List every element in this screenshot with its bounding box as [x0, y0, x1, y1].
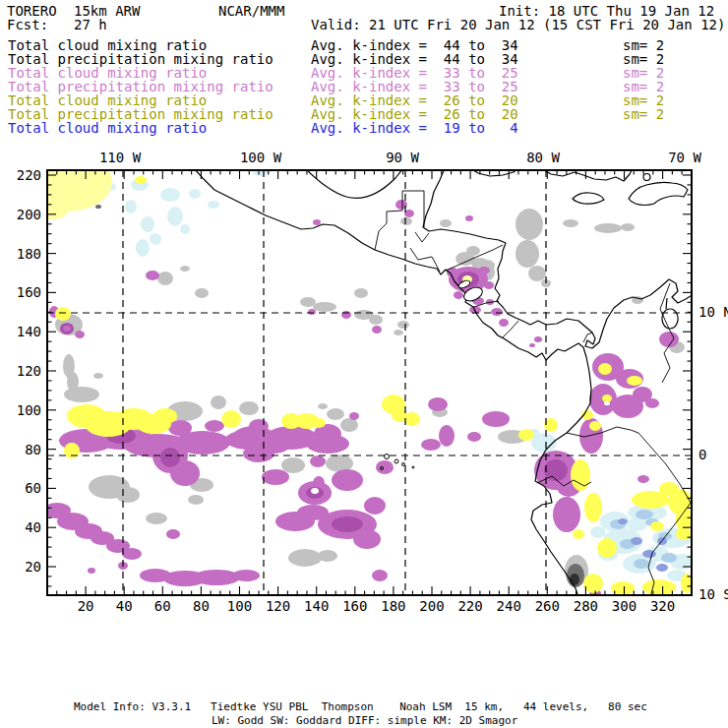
x-axis-tick-label: 280 — [574, 598, 598, 614]
field-blob — [628, 517, 647, 531]
field-blob — [221, 410, 241, 428]
y-axis-tick-label: 200 — [17, 207, 41, 222]
field-blob — [466, 246, 480, 256]
field-blob — [239, 401, 259, 415]
legend-field: Total precipitation mixing ratio — [8, 80, 273, 93]
field-blob — [499, 319, 509, 327]
field-blob — [180, 266, 190, 272]
field-blob — [308, 309, 316, 315]
field-blob — [364, 497, 386, 515]
field-blob — [563, 219, 578, 227]
legend-sm: sm= 2 — [623, 66, 664, 80]
longitude-label: 70 W — [668, 150, 701, 165]
legend-field: Total cloud mixing ratio — [8, 38, 207, 52]
x-axis-tick-label: 300 — [612, 598, 637, 614]
x-axis-tick-label: 40 — [116, 598, 133, 614]
longitude-label: 80 W — [526, 150, 560, 165]
field-blob — [146, 271, 159, 280]
field-blob — [208, 201, 219, 209]
field-blob — [589, 421, 601, 431]
field-blob — [467, 432, 481, 442]
field-blob — [571, 459, 590, 491]
field-blob — [75, 331, 85, 338]
field-blob — [621, 223, 635, 231]
field-blob — [661, 553, 677, 563]
field-blob — [318, 550, 337, 562]
field-blob — [243, 445, 274, 462]
field-blob — [193, 570, 240, 585]
coastline-gulf-of-mexico — [305, 168, 403, 198]
field-blob — [88, 568, 95, 574]
field-blob — [332, 516, 363, 532]
legend-stat: Avg. k-index = 26 to 20 — [311, 107, 518, 121]
legend-stat: Avg. k-index = 33 to 25 — [311, 80, 518, 93]
field-blob — [310, 455, 326, 467]
field-blob — [372, 570, 388, 581]
field-blob — [232, 570, 260, 581]
field-blob — [313, 219, 321, 225]
field-blob — [211, 395, 226, 409]
field-blob — [353, 529, 381, 549]
field-blob — [205, 420, 224, 432]
x-axis-tick-label: 200 — [419, 598, 444, 614]
field-blob — [597, 538, 617, 558]
field-blob — [491, 308, 503, 316]
field-blob — [354, 288, 368, 298]
field-blob — [645, 398, 659, 408]
model-resolution: 15km ARW — [74, 4, 140, 18]
field-blob — [189, 189, 201, 199]
field-blob — [63, 326, 71, 332]
field-blob — [160, 448, 180, 467]
field-blob — [636, 510, 653, 519]
field-blob — [397, 321, 409, 329]
legend-field: Total cloud mixing ratio — [8, 66, 207, 80]
island-hispaniola — [629, 174, 688, 206]
y-axis-tick-label: 100 — [17, 402, 41, 418]
x-axis-tick-label: 80 — [193, 598, 210, 614]
y-axis-tick-label: 60 — [25, 480, 41, 496]
field-blob — [659, 482, 679, 496]
field-blob — [188, 495, 204, 505]
field-blob — [439, 425, 455, 447]
map-panel: 2040608010012014016018020022024026028030… — [0, 143, 728, 635]
x-axis-tick-label: 320 — [650, 598, 675, 614]
legend-stat: Avg. k-index = 19 to 4 — [311, 121, 518, 135]
field-blob — [404, 412, 420, 426]
y-axis-tick-label: 40 — [25, 519, 41, 535]
island-jamaica — [573, 193, 604, 204]
field-blob — [584, 493, 602, 522]
field-blob — [141, 216, 154, 232]
field-blob — [534, 336, 542, 342]
x-axis-tick-label: 100 — [227, 598, 252, 614]
longitude-label: 90 W — [386, 150, 419, 165]
legend-sm: sm= 2 — [623, 80, 664, 93]
map-svg: 2040608010012014016018020022024026028030… — [0, 143, 728, 635]
field-blob — [594, 223, 622, 233]
field-blob — [312, 418, 326, 428]
legend-stat: Avg. k-index = 26 to 20 — [311, 93, 518, 107]
x-axis-tick-label: 20 — [78, 598, 94, 614]
x-axis-tick-label: 120 — [266, 598, 290, 614]
field-blob — [650, 521, 664, 531]
model-info-line2: LW: Godd SW: Goddard DIFF: simple KM: 2D… — [212, 714, 517, 727]
field-blob — [465, 215, 473, 221]
y-axis-tick-label: 220 — [17, 167, 41, 183]
legend-field: Total precipitation mixing ratio — [8, 107, 273, 121]
x-axis-tick-label: 60 — [154, 598, 171, 614]
field-blob — [249, 419, 269, 433]
field-blob — [64, 387, 99, 402]
x-axis-tick-label: 220 — [457, 598, 482, 614]
field-blob — [518, 429, 534, 441]
fcst-label: Fcst: — [7, 18, 48, 31]
field-blob — [627, 376, 642, 386]
field-blob — [332, 469, 363, 491]
field-blob — [570, 574, 579, 585]
field-blob — [327, 408, 344, 420]
field-blob — [528, 266, 546, 281]
x-axis-tick-label: 240 — [497, 598, 521, 614]
field-blob — [281, 457, 305, 473]
field-blob — [297, 505, 329, 520]
field-blob — [454, 291, 463, 299]
legend-sm: sm= 2 — [623, 107, 664, 121]
field-blob — [676, 528, 692, 540]
